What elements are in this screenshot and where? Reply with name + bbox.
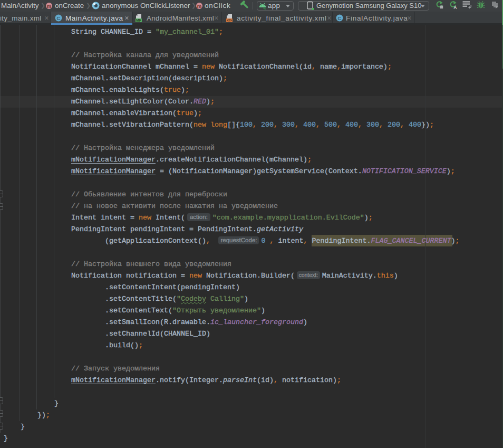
svg-text:</>: </>: [227, 18, 232, 22]
svg-text:m: m: [197, 3, 201, 9]
svg-text:MF: MF: [136, 18, 141, 22]
svg-text:C: C: [57, 15, 61, 21]
svg-text:A: A: [453, 5, 457, 9]
svg-text:C: C: [338, 15, 342, 21]
svg-text:m: m: [47, 3, 51, 9]
